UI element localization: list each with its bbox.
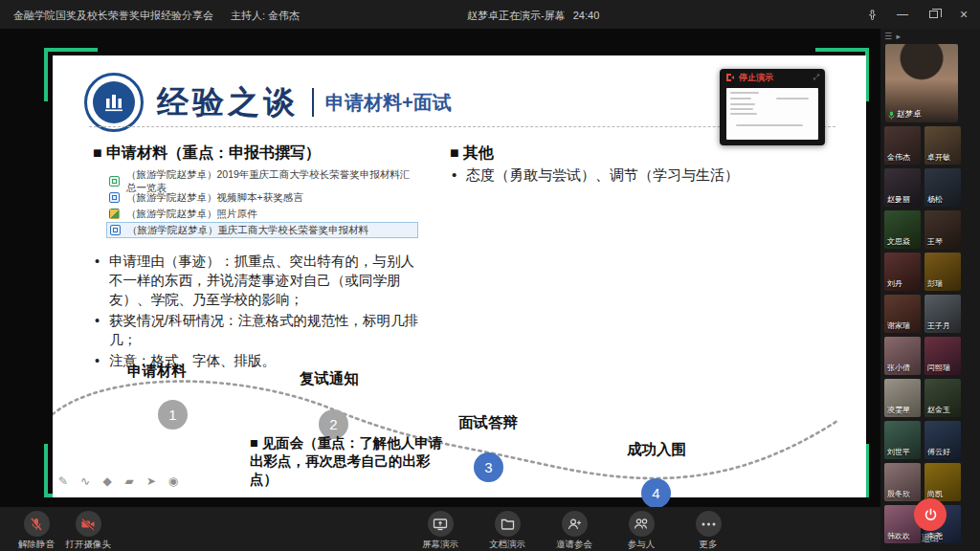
word-file-icon — [110, 225, 121, 235]
participant-name: 张小倩 — [887, 363, 910, 373]
meeting-note: ■ 见面会（重点：了解他人申请出彩点，再次思考自己的出彩点） — [250, 434, 455, 489]
close-button[interactable]: × — [955, 6, 972, 23]
university-logo-icon — [84, 73, 144, 132]
participant-video-tile[interactable]: 谢家瑞 — [884, 295, 921, 333]
curve-icon[interactable]: ∿ — [78, 474, 92, 488]
image-file-icon — [109, 209, 120, 219]
participant-video-tile[interactable]: 尚凯 — [924, 463, 961, 501]
camera-off-icon — [76, 511, 101, 537]
camera-off-button[interactable]: 打开摄像头 — [65, 511, 111, 551]
participant-name: 赵曼丽 — [887, 194, 910, 205]
toolbar-button-label: 参与人 — [628, 539, 656, 551]
excel-file-icon — [109, 176, 120, 187]
participant-video-tile[interactable]: 殷冬欣 — [884, 463, 921, 501]
presenting-control-window[interactable]: 停止演示 ⤢ — [720, 69, 825, 145]
participant-video-tile[interactable]: 赵曼丽 — [884, 168, 921, 207]
invite-button[interactable]: 邀请参会 — [544, 511, 605, 551]
meeting-timer: 24:40 — [573, 10, 600, 21]
timeline-step-label: 面试答辩 — [458, 413, 518, 433]
cursor-icon[interactable]: ➤ — [145, 474, 158, 488]
participant-name: 凌雯星 — [887, 405, 910, 415]
pin-icon[interactable] — [863, 6, 880, 23]
participant-name: 闫熙瑞 — [927, 363, 950, 373]
presentation-slide: 经验之谈 申请材料+面试 ■ 申请材料（重点：申报书撰写） （旅游学院赵梦卓）2… — [53, 55, 866, 497]
participant-video-tile[interactable]: 王子月 — [924, 295, 961, 333]
participant-video-tile[interactable]: 赵金玉 — [924, 379, 961, 417]
timeline-step-label: 复试通知 — [300, 369, 359, 389]
file-list-item[interactable]: （旅游学院赵梦卓）照片原件 — [106, 206, 418, 222]
timeline-step-label: 申请材料 — [127, 362, 187, 382]
annotation-toolbar: ✎∿◆▰➤◉ — [56, 474, 180, 488]
bottom-toolbar: 解除静音打开摄像头 屏幕演示文档演示邀请参会参与人更多 — [0, 507, 880, 551]
participants-button[interactable]: 参与人 — [611, 511, 672, 551]
presenter-name: 赵梦卓 — [897, 109, 922, 121]
bullet-item: 态度（勇敢与尝试）、调节（学习与生活） — [450, 166, 833, 185]
laser-pointer-icon[interactable]: ◉ — [167, 474, 180, 488]
invite-icon — [562, 511, 588, 537]
expand-icon[interactable]: ⤢ — [813, 73, 819, 82]
participant-video-tile[interactable]: 闫熙瑞 — [924, 337, 961, 375]
participant-name: 谢家瑞 — [887, 320, 910, 331]
participant-name: 傅云好 — [927, 447, 950, 457]
file-list-item[interactable]: （旅游学院赵梦卓）重庆工商大学校长荣誉奖申报材料 — [106, 222, 418, 238]
leave-meeting-button[interactable] — [914, 498, 947, 531]
meeting-app-window: 金融学院国奖及校长荣誉奖申报经验分享会 主持人: 金伟杰 赵梦卓正在演示-屏幕 … — [0, 0, 980, 551]
power-icon — [924, 508, 938, 522]
toolbar-button-label: 文档演示 — [489, 539, 525, 551]
meeting-title: 金融学院国奖及校长荣誉奖申报经验分享会 — [13, 9, 213, 23]
participant-video-tile[interactable]: 凌雯星 — [884, 379, 921, 417]
screen-share-icon — [428, 511, 454, 537]
other-section: ■ 其他 态度（勇敢与尝试）、调节（学习与生活） — [450, 143, 833, 185]
screen-share-button[interactable]: 屏幕演示 — [410, 511, 471, 551]
participants-sidebar: ☰ ▸ 赵梦卓 金伟杰卓开敏赵曼丽杨松文思焱王琴刘丹彭瑞谢家瑞王子月张小倩闫熙瑞… — [880, 29, 980, 551]
slide-title: 经验之谈 — [157, 81, 299, 124]
mic-off-button[interactable]: 解除静音 — [13, 511, 59, 551]
top-bar: 金融学院国奖及校长荣誉奖申报经验分享会 主持人: 金伟杰 赵梦卓正在演示-屏幕 … — [0, 0, 980, 29]
stop-share-button[interactable]: 停止演示 — [739, 72, 773, 84]
timeline-step-circle: 3 — [474, 452, 503, 482]
presenting-status: 赵梦卓正在演示-屏幕 — [467, 10, 566, 21]
participant-name: 王琴 — [927, 236, 943, 247]
participant-video-tile[interactable]: 文思焱 — [884, 210, 921, 249]
screen-share-stage: 经验之谈 申请材料+面试 ■ 申请材料（重点：申报书撰写） （旅游学院赵梦卓）2… — [0, 29, 880, 507]
toolbar-button-label: 屏幕演示 — [422, 539, 458, 551]
more-button[interactable]: 更多 — [678, 511, 739, 551]
pen-icon[interactable]: ✎ — [56, 474, 70, 488]
mic-on-icon — [888, 111, 895, 120]
participant-video-tile[interactable]: 杨松 — [924, 168, 961, 207]
participant-name: 卓开敏 — [927, 152, 950, 163]
participants-icon — [629, 511, 655, 537]
participant-video-tile[interactable]: 彭瑞 — [924, 253, 961, 291]
minimize-button[interactable]: — — [894, 6, 911, 23]
bullet-item: 申请理由（事迹）：抓重点、突出特有的，与别人不一样的东西，并说清楚事迹对自己（或… — [93, 252, 423, 309]
participant-name: 赵金玉 — [927, 405, 950, 415]
timeline-step-circle: 1 — [158, 400, 188, 430]
toolbar-button-label: 打开摄像头 — [65, 539, 111, 551]
participant-video-tile[interactable]: 张小倩 — [884, 337, 921, 375]
participant-video-tile[interactable]: 卓开敏 — [924, 126, 961, 165]
participant-video-tile[interactable]: 王琴 — [924, 210, 961, 249]
doc-share-button[interactable]: 文档演示 — [477, 511, 538, 551]
slide-subtitle: 申请材料+面试 — [325, 90, 452, 116]
file-list-item[interactable]: （旅游学院赵梦卓）2019年重庆工商大学校长荣誉奖申报材料汇总一览表 — [106, 173, 418, 189]
participant-grid: 金伟杰卓开敏赵曼丽杨松文思焱王琴刘丹彭瑞谢家瑞王子月张小倩闫熙瑞凌雯星赵金玉刘世… — [884, 126, 976, 543]
eraser-icon[interactable]: ▰ — [122, 474, 136, 488]
timeline-step-label: 成功入围 — [627, 440, 686, 460]
layout-toggle-icon[interactable]: ☰ ▸ — [884, 32, 902, 41]
presenter-video-tile[interactable]: 赵梦卓 — [885, 44, 958, 122]
participant-name: 刘世平 — [887, 447, 910, 457]
participant-video-tile[interactable]: 刘丹 — [884, 253, 921, 291]
file-name: （旅游学院赵梦卓）照片原件 — [126, 208, 257, 221]
participant-name: 杨松 — [927, 194, 943, 205]
slide-header: 经验之谈 申请材料+面试 — [84, 73, 452, 132]
mic-off-icon — [24, 511, 50, 537]
timeline-step-circle: 4 — [641, 478, 671, 508]
participant-video-tile[interactable]: 傅云好 — [924, 421, 961, 459]
toolbar-button-label: 更多 — [700, 539, 718, 551]
participant-name: 文思焱 — [887, 236, 910, 247]
title-divider — [312, 88, 314, 117]
shape-icon[interactable]: ◆ — [100, 474, 114, 488]
participant-video-tile[interactable]: 刘世平 — [884, 421, 921, 459]
participant-video-tile[interactable]: 金伟杰 — [884, 126, 921, 165]
restore-button[interactable] — [924, 6, 942, 23]
